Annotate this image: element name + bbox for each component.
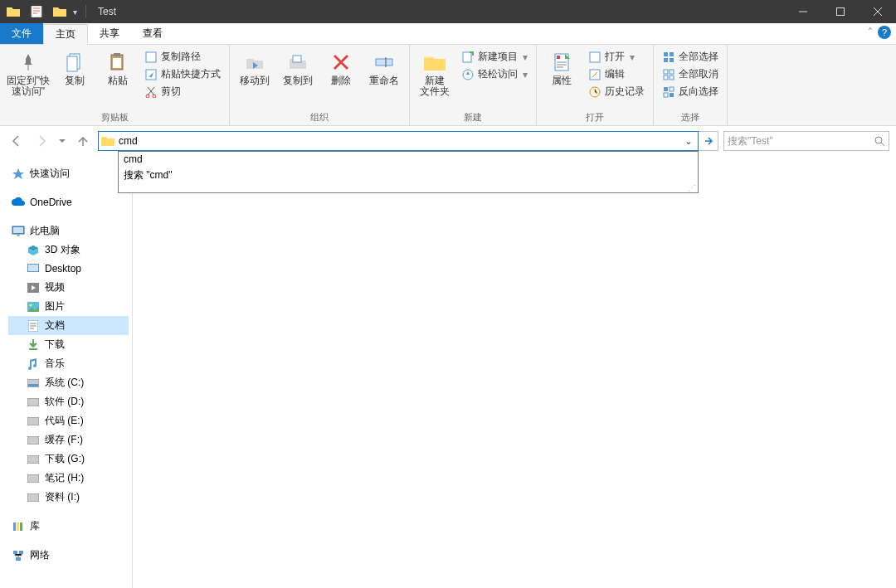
drive-icon — [27, 377, 40, 390]
svg-rect-6 — [113, 58, 121, 68]
selectnone-button[interactable]: 全部取消 — [659, 66, 722, 82]
search-box[interactable] — [723, 131, 889, 151]
open-button[interactable]: 打开▾ — [585, 49, 648, 65]
drive-icon — [27, 453, 40, 466]
autocomplete-item[interactable]: cmd — [119, 152, 698, 167]
svg-rect-47 — [27, 493, 39, 502]
qat-divider — [85, 5, 86, 18]
pin-label: 固定到"快 速访问" — [7, 75, 50, 97]
svg-rect-16 — [590, 52, 600, 62]
sidebar-quickaccess[interactable]: 快速访问 — [8, 164, 129, 183]
paste-button[interactable]: 粘贴 — [98, 47, 138, 100]
copyto-label: 复制到 — [283, 75, 313, 86]
selectall-button[interactable]: 全部选择 — [659, 49, 722, 65]
sidebar-drive-e[interactable]: 代码 (E:) — [8, 411, 129, 430]
sidebar-drive-h[interactable]: 笔记 (H:) — [8, 469, 129, 488]
ribbon-group-open: 属性 打开▾ 编辑 历史记录 打开 — [537, 45, 654, 125]
copypath-button[interactable]: 复制路径 — [141, 49, 224, 65]
pasteshortcut-icon — [144, 68, 158, 81]
open-icon — [588, 51, 601, 64]
maximize-button[interactable] — [821, 0, 859, 23]
svg-point-31 — [875, 137, 882, 143]
clipboard-group-label: 剪贴板 — [5, 109, 224, 124]
ribbon-group-organize: 移动到 复制到 删除 重命名 组织 — [230, 45, 410, 125]
svg-rect-20 — [670, 52, 674, 56]
sidebar-downloads[interactable]: 下载 — [8, 335, 129, 354]
newitem-button[interactable]: 新建项目▾ — [458, 49, 531, 65]
copyto-button[interactable]: 复制到 — [278, 47, 318, 86]
edit-button[interactable]: 编辑 — [585, 66, 648, 82]
svg-rect-7 — [146, 52, 156, 62]
star-icon — [12, 168, 25, 181]
sidebar-3dobjects[interactable]: 3D 对象 — [8, 241, 129, 260]
sidebar-onedrive[interactable]: OneDrive — [8, 193, 129, 211]
svg-rect-28 — [670, 87, 674, 91]
sidebar-drive-i[interactable]: 资料 (I:) — [8, 488, 129, 507]
address-go-button[interactable] — [699, 131, 718, 151]
sidebar-desktop[interactable]: Desktop — [8, 260, 129, 278]
invertselect-button[interactable]: 反向选择 — [659, 84, 722, 100]
sidebar-drive-d[interactable]: 软件 (D:) — [8, 392, 129, 411]
cut-button[interactable]: 剪切 — [141, 84, 224, 100]
svg-rect-44 — [27, 436, 39, 445]
sidebar-drive-f[interactable]: 缓存 (F:) — [8, 430, 129, 450]
pin-button[interactable]: 固定到"快 速访问" — [5, 47, 51, 100]
pasteshortcut-button[interactable]: 粘贴快捷方式 — [141, 66, 224, 82]
search-input[interactable] — [728, 135, 874, 147]
easyaccess-button[interactable]: 轻松访问▾ — [458, 66, 531, 82]
delete-button[interactable]: 删除 — [321, 47, 361, 86]
back-button[interactable] — [7, 131, 27, 151]
sidebar-pictures[interactable]: 图片 — [8, 297, 129, 316]
up-button[interactable] — [73, 131, 93, 151]
drive-icon — [27, 472, 40, 485]
autocomplete-item[interactable]: 搜索 "cmd" — [119, 167, 698, 184]
history-button[interactable]: 历史记录 — [585, 84, 648, 100]
sidebar-thispc[interactable]: 此电脑 — [8, 221, 129, 241]
forward-button[interactable] — [32, 131, 51, 151]
qat-dropdown-icon[interactable]: ▾ — [73, 7, 77, 17]
sidebar-music[interactable]: 音乐 — [8, 354, 129, 373]
autocomplete-resize-grip[interactable]: ⋰ — [688, 183, 696, 192]
delete-icon — [329, 51, 353, 74]
svg-rect-22 — [670, 58, 674, 62]
newitem-icon — [461, 51, 475, 64]
newfolder-button[interactable]: 新建 文件夹 — [415, 47, 455, 97]
recent-dropdown[interactable] — [56, 131, 68, 151]
address-bar[interactable]: ⌄ — [98, 131, 699, 151]
address-dropdown-icon[interactable]: ⌄ — [681, 135, 696, 147]
easyaccess-icon — [461, 68, 475, 81]
sidebar-videos[interactable]: 视频 — [8, 278, 129, 297]
svg-rect-50 — [20, 522, 22, 531]
rename-button[interactable]: 重命名 — [364, 47, 404, 86]
qat-newfolder-icon[interactable] — [53, 5, 66, 18]
copy-button[interactable]: 复制 — [55, 47, 95, 100]
sidebar-drive-g[interactable]: 下载 (G:) — [8, 450, 129, 469]
tab-file[interactable]: 文件 — [0, 23, 43, 44]
tab-view[interactable]: 查看 — [131, 23, 174, 44]
sidebar-libraries[interactable]: 库 — [8, 517, 129, 536]
ribbon-collapse-icon[interactable]: ˄ — [868, 27, 873, 38]
qat-properties-icon[interactable] — [30, 5, 43, 18]
network-icon — [12, 549, 25, 562]
moveto-button[interactable]: 移动到 — [235, 47, 275, 86]
cloud-icon — [12, 196, 25, 209]
pin-icon — [17, 51, 40, 74]
file-list-area[interactable] — [133, 156, 896, 588]
cut-icon — [144, 85, 158, 99]
ribbon: 固定到"快 速访问" 复制 粘贴 复制路径 粘贴快捷方式 剪切 剪贴板 移动到 — [0, 45, 896, 126]
svg-rect-45 — [27, 455, 39, 464]
close-button[interactable] — [859, 0, 896, 23]
sidebar-network[interactable]: 网络 — [8, 546, 129, 565]
moveto-label: 移动到 — [240, 75, 270, 86]
search-icon[interactable] — [874, 135, 885, 147]
rename-label: 重命名 — [369, 75, 399, 86]
help-icon[interactable]: ? — [878, 26, 891, 39]
sidebar-documents[interactable]: 文档 — [8, 316, 129, 335]
address-input[interactable] — [115, 132, 681, 150]
delete-label: 删除 — [331, 75, 351, 86]
sidebar-drive-c[interactable]: 系统 (C:) — [8, 373, 129, 392]
tab-share[interactable]: 共享 — [88, 23, 131, 44]
minimize-button[interactable] — [784, 0, 821, 23]
properties-button[interactable]: 属性 — [542, 47, 582, 100]
tab-home[interactable]: 主页 — [43, 24, 88, 45]
